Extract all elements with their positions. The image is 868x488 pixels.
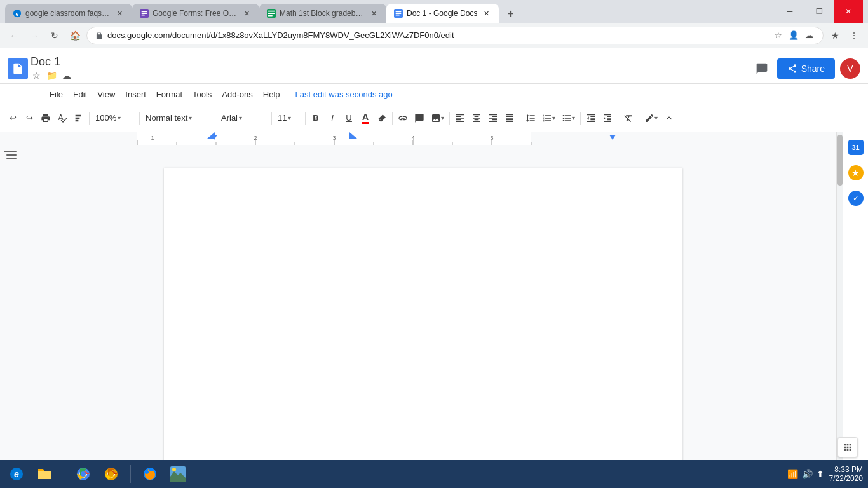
align-left-button[interactable]	[452, 109, 468, 127]
undo-button[interactable]: ↩	[5, 109, 20, 127]
network-icon[interactable]: 📶	[787, 469, 798, 479]
taskbar-fileexplorer-icon[interactable]	[33, 463, 56, 485]
browser-tab-4[interactable]: Doc 1 - Google Docs ✕	[386, 4, 499, 23]
taskbar-chrome-canary-icon[interactable]	[100, 463, 123, 485]
forward-button[interactable]: →	[25, 27, 43, 44]
pen-arrow: ▾	[654, 114, 658, 121]
user-avatar[interactable]: V	[840, 58, 860, 79]
svg-text:e: e	[16, 11, 19, 17]
decrease-indent-button[interactable]	[583, 109, 599, 127]
cloud-save-button[interactable]: ☁	[61, 70, 72, 81]
comments-button[interactable]	[752, 58, 772, 79]
line-spacing-button[interactable]	[523, 109, 538, 127]
menu-file[interactable]: File	[44, 87, 68, 102]
taskbar-chrome-icon[interactable]	[72, 463, 95, 485]
calendar-sidebar-button[interactable]: 31	[846, 137, 866, 158]
text-color-button[interactable]: A	[358, 109, 373, 127]
style-select[interactable]: Normal text ▾	[142, 109, 212, 127]
paint-format-button[interactable]	[71, 109, 86, 127]
svg-rect-9	[268, 15, 273, 17]
bold-button[interactable]: B	[308, 109, 323, 127]
close-button[interactable]: ✕	[834, 0, 863, 23]
print-button[interactable]	[38, 109, 53, 127]
tab-2-close[interactable]: ✕	[241, 8, 252, 18]
scrollbar-thumb[interactable]	[837, 135, 843, 186]
extensions-button[interactable]: ★	[826, 27, 844, 44]
browser-tab-3[interactable]: Math 1st Block gradebook ✕	[259, 4, 386, 23]
address-input-container[interactable]: docs.google.com/document/d/1x88z8ovXaLLY…	[86, 27, 824, 44]
zoom-select[interactable]: 100% ▾	[92, 109, 137, 127]
italic-button[interactable]: I	[325, 109, 340, 127]
clear-formatting-button[interactable]	[621, 109, 636, 127]
justify-icon	[505, 113, 515, 123]
tasks-sidebar-button[interactable]: ★	[846, 163, 866, 183]
menu-help[interactable]: Help	[258, 87, 285, 102]
menu-edit[interactable]: Edit	[68, 87, 92, 102]
taskbar-landscape-icon[interactable]	[166, 463, 189, 485]
underline-button[interactable]: U	[341, 109, 356, 127]
cloud-icon[interactable]: ☁	[803, 29, 815, 42]
vertical-scrollbar[interactable]	[836, 132, 843, 460]
justify-button[interactable]	[502, 109, 517, 127]
svg-text:2: 2	[254, 135, 257, 141]
move-to-folder-button[interactable]: 📁	[46, 70, 57, 81]
align-right-button[interactable]	[485, 109, 501, 127]
menu-format[interactable]: Format	[151, 87, 187, 102]
browser-tab-1[interactable]: e google classroom faqs article.do... ✕	[5, 4, 132, 23]
share-label: Share	[801, 64, 825, 74]
font-size-select[interactable]: 11 ▾	[275, 109, 302, 127]
increase-indent-button[interactable]	[600, 109, 615, 127]
star-button[interactable]: ☆	[31, 70, 42, 81]
menu-insert[interactable]: Insert	[120, 87, 151, 102]
svg-point-40	[81, 471, 86, 477]
bulleted-list-button[interactable]: ▾	[559, 109, 578, 127]
ie-icon: e	[13, 9, 22, 18]
taskbar-ie-icon[interactable]: e	[5, 463, 28, 485]
doc-scroll-area[interactable]	[10, 145, 836, 460]
back-button[interactable]: ←	[5, 27, 23, 44]
menu-button[interactable]: ⋮	[845, 27, 863, 44]
align-center-icon	[471, 113, 482, 123]
insert-image-button[interactable]: ▾	[428, 109, 447, 127]
refresh-button[interactable]: ↻	[46, 27, 64, 44]
bookmark-icon[interactable]: ☆	[772, 29, 785, 42]
new-tab-button[interactable]: +	[501, 5, 519, 23]
svg-rect-3	[142, 11, 147, 13]
page-content[interactable]	[164, 168, 682, 460]
insert-comment-button[interactable]	[412, 109, 427, 127]
highlight-button[interactable]	[374, 109, 390, 127]
share-button[interactable]: Share	[777, 58, 835, 79]
home-button[interactable]: 🏠	[66, 27, 84, 44]
minimize-button[interactable]: ─	[775, 0, 804, 23]
pen-tool-button[interactable]: ▾	[642, 109, 660, 127]
menu-addons[interactable]: Add-ons	[217, 87, 257, 102]
menu-tools[interactable]: Tools	[187, 87, 217, 102]
tab-4-close[interactable]: ✕	[481, 8, 491, 18]
svg-text:e: e	[14, 469, 19, 479]
battery-icon[interactable]: ⬆	[817, 469, 824, 479]
profile-icon[interactable]: 👤	[787, 29, 800, 42]
keep-sidebar-button[interactable]: ✓	[846, 188, 866, 208]
style-arrow: ▾	[189, 114, 192, 121]
taskbar-firefox-icon[interactable]	[139, 463, 161, 485]
spell-check-button[interactable]	[55, 109, 70, 127]
underline-icon: U	[346, 113, 351, 123]
redo-button[interactable]: ↪	[22, 109, 37, 127]
browser-tab-2[interactable]: Google Forms: Free Online Surve... ✕	[132, 4, 259, 23]
insert-link-button[interactable]	[395, 109, 410, 127]
comment-toolbar-icon	[414, 113, 424, 123]
numbered-list-button[interactable]: ▾	[539, 109, 558, 127]
tab-3-close[interactable]: ✕	[369, 8, 379, 18]
align-center-button[interactable]	[469, 109, 484, 127]
taskbar-right: 📶 🔊 ⬆ 8:33 PM 7/22/2020	[787, 465, 863, 483]
volume-icon[interactable]: 🔊	[802, 469, 813, 479]
expand-panel-button[interactable]	[837, 437, 858, 458]
tab-1-close[interactable]: ✕	[114, 8, 125, 18]
font-select[interactable]: Arial ▾	[218, 109, 269, 127]
maximize-button[interactable]: ❐	[804, 0, 834, 23]
outline-toggle[interactable]	[0, 147, 10, 168]
image-icon	[431, 113, 441, 123]
menu-view[interactable]: View	[92, 87, 120, 102]
clock-display[interactable]: 8:33 PM 7/22/2020	[829, 465, 863, 483]
collapse-toolbar-button[interactable]	[661, 109, 677, 127]
